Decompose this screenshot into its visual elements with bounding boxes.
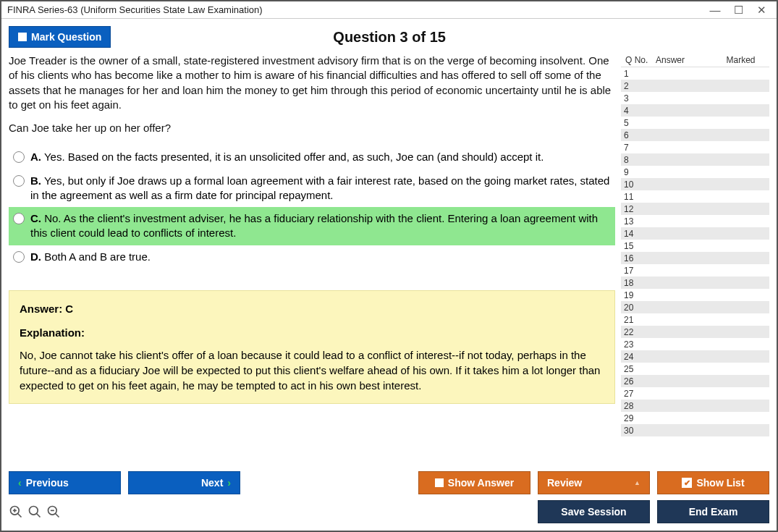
list-row[interactable]: 14 xyxy=(621,227,769,240)
question-list[interactable]: 1234567891011121314151617181920212223242… xyxy=(621,67,769,464)
zoom-controls xyxy=(9,502,61,523)
list-row[interactable]: 25 xyxy=(621,363,769,375)
list-row[interactable]: 13 xyxy=(621,215,769,227)
save-session-button[interactable]: Save Session xyxy=(538,500,650,523)
list-row[interactable]: 21 xyxy=(621,313,769,326)
list-row[interactable]: 2 xyxy=(621,80,769,92)
checkbox-icon xyxy=(435,478,444,487)
option-c[interactable]: C. No. As the client's investment advise… xyxy=(9,207,615,245)
list-row[interactable]: 8 xyxy=(621,153,769,166)
list-cell-qno: 2 xyxy=(621,81,654,91)
button-row-2: Save Session End Exam xyxy=(9,500,769,523)
list-cell-qno: 29 xyxy=(621,413,654,423)
next-button[interactable]: Next › xyxy=(128,471,240,494)
chevron-right-icon: › xyxy=(227,477,231,489)
list-cell-qno: 21 xyxy=(621,315,654,325)
list-row[interactable]: 29 xyxy=(621,412,769,424)
end-exam-button[interactable]: End Exam xyxy=(657,500,769,523)
mark-question-button[interactable]: Mark Question xyxy=(9,26,111,48)
option-a[interactable]: A. Yes. Based on the facts presented, it… xyxy=(9,145,615,169)
list-row[interactable]: 1 xyxy=(621,67,769,80)
option-b-label: B. Yes, but only if Joe draws up a forma… xyxy=(30,174,611,203)
list-cell-qno: 15 xyxy=(621,241,654,251)
option-b[interactable]: B. Yes, but only if Joe draws up a forma… xyxy=(9,169,615,208)
svg-line-5 xyxy=(37,513,41,517)
list-cell-qno: 11 xyxy=(621,192,654,202)
question-text: Joe Treader is the owner of a small, sta… xyxy=(9,54,615,135)
header-answer: Answer xyxy=(656,55,714,65)
list-cell-qno: 25 xyxy=(621,364,654,374)
mark-label: Mark Question xyxy=(31,31,101,43)
list-cell-qno: 20 xyxy=(621,303,654,313)
svg-point-4 xyxy=(30,506,38,515)
list-cell-qno: 6 xyxy=(621,130,654,140)
previous-button[interactable]: ‹ Previous xyxy=(9,471,121,494)
list-header: Q No. Answer Marked xyxy=(621,54,769,67)
list-row[interactable]: 18 xyxy=(621,276,769,289)
zoom-out-icon[interactable] xyxy=(46,504,61,523)
list-cell-qno: 17 xyxy=(621,266,654,276)
radio-icon xyxy=(13,175,25,187)
maximize-icon[interactable]: ☐ xyxy=(733,5,743,15)
list-row[interactable]: 27 xyxy=(621,387,769,400)
show-answer-button[interactable]: Show Answer xyxy=(418,471,530,494)
save-label: Save Session xyxy=(561,506,626,518)
button-row-1: ‹ Previous Next › Show Answer Review ▲ xyxy=(9,471,769,494)
window-controls: — ☐ ✕ xyxy=(710,5,771,15)
titlebar: FINRA Series-63 (Uniform Securities Stat… xyxy=(1,1,777,19)
question-counter: Question 3 of 15 xyxy=(111,29,668,46)
svg-line-1 xyxy=(18,513,22,517)
middle-row: Joe Treader is the owner of a small, sta… xyxy=(9,54,769,464)
list-row[interactable]: 24 xyxy=(621,350,769,363)
zoom-reset-icon[interactable] xyxy=(9,504,23,523)
option-c-label: C. No. As the client's investment advise… xyxy=(30,211,611,241)
list-cell-qno: 28 xyxy=(621,401,654,411)
close-icon[interactable]: ✕ xyxy=(756,5,766,15)
svg-line-7 xyxy=(56,513,59,517)
header-qno: Q No. xyxy=(622,55,656,65)
list-cell-qno: 13 xyxy=(621,216,654,227)
list-row[interactable]: 22 xyxy=(621,326,769,338)
radio-icon xyxy=(13,213,25,224)
header-row: Mark Question Question 3 of 15 xyxy=(9,23,769,54)
show-list-label: Show List xyxy=(696,477,744,489)
list-cell-qno: 8 xyxy=(621,155,654,165)
list-row[interactable]: 28 xyxy=(621,400,769,412)
list-row[interactable]: 17 xyxy=(621,264,769,276)
question-pane: Joe Treader is the owner of a small, sta… xyxy=(9,54,618,464)
bottom-bar: ‹ Previous Next › Show Answer Review ▲ xyxy=(9,464,769,523)
list-row[interactable]: 26 xyxy=(621,375,769,387)
option-d[interactable]: D. Both A and B are true. xyxy=(9,245,615,269)
list-row[interactable]: 30 xyxy=(621,424,769,436)
show-answer-label: Show Answer xyxy=(448,477,514,489)
list-row[interactable]: 23 xyxy=(621,338,769,350)
list-row[interactable]: 5 xyxy=(621,117,769,129)
list-cell-qno: 16 xyxy=(621,253,654,263)
show-list-button[interactable]: ✔ Show List xyxy=(657,471,769,494)
list-row[interactable]: 9 xyxy=(621,166,769,178)
minimize-icon[interactable]: — xyxy=(710,5,720,15)
list-row[interactable]: 11 xyxy=(621,190,769,203)
list-cell-qno: 10 xyxy=(621,180,654,190)
list-cell-qno: 5 xyxy=(621,118,654,128)
list-row[interactable]: 16 xyxy=(621,252,769,264)
list-row[interactable]: 19 xyxy=(621,289,769,301)
review-button[interactable]: Review ▲ xyxy=(538,471,650,494)
checked-icon: ✔ xyxy=(682,478,692,488)
option-a-label: A. Yes. Based on the facts presented, it… xyxy=(30,150,544,164)
explanation-text: No, Joe cannot take his client's offer o… xyxy=(20,347,604,393)
list-row[interactable]: 4 xyxy=(621,104,769,117)
zoom-in-icon[interactable] xyxy=(28,504,42,523)
list-row[interactable]: 6 xyxy=(621,129,769,141)
list-row[interactable]: 3 xyxy=(621,92,769,104)
window-title: FINRA Series-63 (Uniform Securities Stat… xyxy=(7,4,710,15)
list-row[interactable]: 7 xyxy=(621,141,769,153)
list-row[interactable]: 20 xyxy=(621,301,769,313)
answer-box: Answer: C Explanation: No, Joe cannot ta… xyxy=(9,290,615,404)
list-cell-qno: 22 xyxy=(621,327,654,337)
list-row[interactable]: 15 xyxy=(621,240,769,252)
list-row[interactable]: 10 xyxy=(621,178,769,190)
content-area: Mark Question Question 3 of 15 Joe Tread… xyxy=(1,19,777,531)
radio-icon xyxy=(13,251,25,263)
list-row[interactable]: 12 xyxy=(621,203,769,215)
